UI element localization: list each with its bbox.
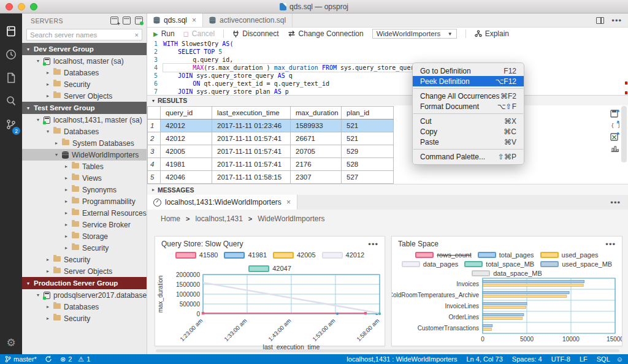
legend-item[interactable]: 41580 — [175, 251, 218, 259]
legend-item-disabled[interactable]: rows_count — [415, 251, 471, 259]
tree-item-localhost-1431[interactable]: ▾localhost,1431, master (sa) — [22, 114, 147, 126]
grid-cell[interactable]: 26671 — [291, 132, 342, 145]
save-as-csv-button[interactable] — [610, 109, 619, 118]
code-editor[interactable]: 1WITH SlowestQry AS( 2 SELECT TOP 5 3 q.… — [147, 40, 628, 95]
tree-item-server-objects-1431[interactable]: ▸Server Objects — [22, 265, 147, 277]
row-number[interactable]: 1 — [148, 119, 161, 132]
column-header-max-duration[interactable]: max_duration — [291, 107, 342, 119]
menu-item-go-to-definition[interactable]: Go to DefinitionF12 — [413, 66, 524, 76]
explain-button[interactable]: Explain — [475, 29, 509, 38]
menu-item-command-palette[interactable]: Command Palette...⇧⌘P — [413, 151, 524, 162]
grid-row[interactable]: 4 41981 2017-11-11 01:57:41 2176 528 — [148, 158, 394, 171]
encoding-status[interactable]: UTF-8 — [551, 355, 570, 363]
tree-item-prod-security[interactable]: ▸Security — [22, 313, 147, 324]
tree-item-programmability[interactable]: ▸Programmability — [22, 195, 147, 207]
active-connections-button[interactable] — [135, 17, 143, 25]
menu-item-paste[interactable]: Paste⌘V — [413, 137, 524, 147]
tree-group-production[interactable]: ▾Production Server Group — [22, 277, 147, 289]
tab-qds-sql[interactable]: qds.sql× — [147, 13, 203, 27]
tree-item-tables[interactable]: ▸Tables — [22, 161, 147, 172]
row-number[interactable]: 4 — [148, 158, 161, 171]
menu-item-peek-definition[interactable]: Peek Definition⌥F12 — [413, 76, 524, 86]
tree-item-views[interactable]: ▸Views — [22, 172, 147, 184]
menu-item-cut[interactable]: Cut⌘X — [413, 116, 524, 126]
grid-cell[interactable]: 2017-11-11 01:57:41 — [212, 158, 291, 171]
more-actions-icon[interactable]: ••• — [610, 198, 621, 207]
minimize-window-button[interactable] — [18, 3, 25, 10]
panel-horizontal-scrollbar[interactable] — [156, 349, 619, 352]
connection-status[interactable]: localhost,1431 : WideWorldImporters — [347, 355, 457, 363]
grid-cell[interactable]: 521 — [342, 132, 394, 145]
tree-item-db-security[interactable]: ▸Security — [22, 242, 147, 254]
menu-item-copy[interactable]: Copy⌘C — [413, 126, 524, 137]
change-connection-button[interactable]: Change Connection — [288, 29, 364, 38]
column-header-last-execution-time[interactable]: last_execution_time — [212, 107, 291, 119]
grid-row-selected[interactable]: 1 42012 2017-11-11 01:23:46 1589933 521 — [148, 119, 394, 132]
grid-cell[interactable]: 2307 — [291, 171, 342, 184]
maximize-window-button[interactable] — [30, 3, 37, 10]
grid-cell[interactable]: 20705 — [291, 145, 342, 158]
tab-dashboard-wideworldimporters[interactable]: localhost,1431:WideWorldImporters× — [147, 195, 297, 210]
card-more-actions-icon[interactable]: ••• — [368, 240, 378, 249]
tree-item-prodsqlserver[interactable]: ▾prodsqlserver2017.database.windo.. — [22, 289, 147, 301]
tree-group-dev[interactable]: ▾Dev Server Group — [22, 43, 147, 55]
grid-cell[interactable]: 2017-11-11 01:58:15 — [212, 171, 291, 184]
grid-row[interactable]: 5 42046 2017-11-11 01:58:15 2307 527 — [148, 171, 394, 184]
tree-item-server-objects[interactable]: ▸Server Objects — [22, 90, 147, 102]
grid-cell[interactable]: 1589933 — [291, 119, 342, 132]
database-dropdown[interactable]: WideWorldImporters▼ — [372, 29, 457, 39]
tree-item-security[interactable]: ▸Security — [22, 78, 147, 90]
menu-item-format-document[interactable]: Format Document⌥⇧F — [413, 101, 524, 112]
tab-activeconnection-sql[interactable]: activeconnection.sql — [203, 13, 293, 27]
git-branch-status[interactable]: master* — [5, 355, 37, 363]
save-as-json-button[interactable]: { } — [610, 121, 619, 129]
row-number[interactable]: 5 — [148, 171, 161, 184]
legend-item[interactable]: 41981 — [224, 251, 267, 259]
grid-cell[interactable]: 521 — [342, 119, 394, 132]
grid-cell[interactable]: 42005 — [161, 145, 212, 158]
settings-gear-button[interactable]: ⚙ — [0, 336, 22, 349]
grid-cell[interactable]: 2017-11-11 01:23:46 — [212, 119, 291, 132]
close-window-button[interactable] — [6, 3, 13, 10]
breadcrumb-server[interactable]: localhost,1431 — [195, 214, 242, 223]
legend-item[interactable]: used_space_MB — [540, 260, 612, 268]
results-scrollbar[interactable] — [621, 106, 627, 162]
activity-search-button[interactable] — [0, 89, 22, 113]
problems-status[interactable]: ⊗2 ⚠1 — [60, 355, 90, 363]
close-tab-icon[interactable]: × — [286, 198, 291, 207]
disconnect-button[interactable]: Disconnect — [232, 29, 278, 38]
tree-item-storage[interactable]: ▸Storage — [22, 230, 147, 242]
legend-item[interactable]: data_space_MB — [472, 270, 542, 277]
tree-item-security-1431[interactable]: ▸Security — [22, 254, 147, 265]
legend-item[interactable]: data_pages — [402, 260, 459, 268]
grid-cell[interactable]: 2176 — [291, 158, 342, 171]
grid-cell[interactable]: 528 — [342, 158, 394, 171]
breadcrumb-database[interactable]: WideWorldImporters — [258, 214, 324, 223]
grid-cell[interactable]: 42012 — [161, 119, 212, 132]
grid-cell[interactable]: 527 — [342, 171, 394, 184]
column-header-query-id[interactable]: query_id — [161, 107, 212, 119]
card-more-actions-icon[interactable]: ••• — [605, 240, 616, 249]
tree-group-test[interactable]: ▾Test Server Group — [22, 102, 147, 114]
legend-item[interactable]: 42012 — [322, 251, 365, 259]
activity-task-history-button[interactable] — [0, 43, 22, 66]
legend-item[interactable]: 42005 — [273, 251, 316, 259]
grid-row[interactable]: 2 42012 2017-11-11 01:57:41 26671 521 — [148, 132, 394, 145]
cursor-position-status[interactable]: Ln 4, Col 73 — [466, 355, 502, 363]
activity-explorer-button[interactable] — [0, 66, 22, 89]
new-server-group-button[interactable] — [123, 17, 131, 25]
breadcrumb-home[interactable]: Home — [161, 214, 180, 223]
close-tab-icon[interactable]: × — [192, 16, 196, 25]
sync-status[interactable] — [45, 355, 52, 363]
run-button[interactable]: ▶Run — [153, 29, 175, 38]
tree-item-databases[interactable]: ▸Databases — [22, 67, 147, 78]
new-connection-button[interactable] — [110, 17, 118, 25]
clear-search-icon[interactable]: × — [135, 31, 139, 39]
tree-item-synonyms[interactable]: ▸Synonyms — [22, 184, 147, 195]
legend-item[interactable]: total_space_MB — [464, 260, 534, 268]
grid-cell[interactable]: 41981 — [161, 158, 212, 171]
grid-cell[interactable]: 529 — [342, 145, 394, 158]
results-header[interactable]: ▾RESULTS — [147, 96, 628, 105]
activity-servers-button[interactable] — [0, 20, 22, 43]
activity-source-control-button[interactable]: 2 — [0, 113, 22, 136]
